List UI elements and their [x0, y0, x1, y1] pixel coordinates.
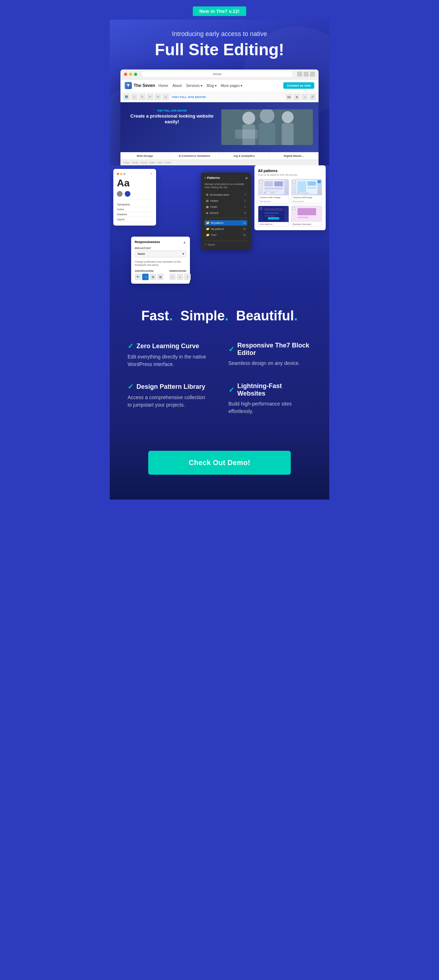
- pattern-checkbox-3[interactable]: [259, 207, 262, 210]
- orientation-controls: ↓ ← ↑: [169, 274, 191, 280]
- pattern-count-general: 5: [245, 212, 246, 214]
- checkmark-icon-1: ✓: [127, 342, 134, 350]
- toolbar-wp-icon[interactable]: W: [123, 94, 130, 100]
- pattern-checkbox-1[interactable]: [259, 180, 262, 183]
- toolbar-italic[interactable]: I: [301, 94, 308, 100]
- style-menu: Typography Colors Shadows Layout: [117, 200, 153, 222]
- pattern-label-footer: Footer: [210, 205, 217, 208]
- pattern-count-all-template: 7: [245, 194, 246, 196]
- panel-minimize[interactable]: [120, 173, 122, 175]
- editor-toolbar: W + ✎ ↩ ↪ ≡ THE7 FULL SITE EDITOR H2 B I…: [121, 92, 318, 102]
- floating-panels-area: ✕ Aa Typography Colors Shadows Layout Re…: [110, 165, 329, 286]
- pattern-item-general[interactable]: ◈ General 5: [205, 210, 247, 216]
- panel-close[interactable]: [117, 173, 119, 175]
- pattern-card-1[interactable]: 20+ 99.9% Columns with Collage Not synce…: [258, 179, 289, 204]
- nav-services[interactable]: Services ▾: [186, 84, 202, 88]
- toolbar-bold[interactable]: B: [294, 94, 300, 100]
- justify-space[interactable]: ⊟: [157, 274, 164, 280]
- swatch-gray[interactable]: [117, 191, 122, 197]
- feature-zero-learning: ✓ Zero Learning Curve Edit everything di…: [127, 342, 211, 368]
- pattern-the7[interactable]: 📁 The7 21: [205, 232, 247, 238]
- pattern-card-2[interactable]: ● Need a beautiful w... Columns with Ima…: [291, 179, 322, 204]
- headline-fast: Fast: [141, 308, 169, 323]
- toolbar-redo[interactable]: ↪: [155, 94, 161, 100]
- style-menu-shadows[interactable]: Shadows: [117, 212, 153, 217]
- feature-desc-1: Edit everything directly in the native W…: [127, 353, 211, 368]
- justify-end[interactable]: ⊡: [150, 274, 156, 280]
- pattern-item-footer[interactable]: ▦ Footer 1: [205, 204, 247, 210]
- service-analytics: ing & Analytiics: [220, 152, 269, 160]
- toolbar-edit[interactable]: ✎: [139, 94, 145, 100]
- justify-start[interactable]: ⊢: [135, 274, 141, 280]
- url-text: Home: [213, 72, 221, 76]
- svg-rect-9: [235, 129, 258, 138]
- pattern-count-footer: 1: [245, 205, 246, 208]
- pattern-label-all-patterns: All patterns: [211, 222, 223, 224]
- badge-wrap: New in The7 v.12!: [110, 0, 329, 20]
- template-icon: ⊞: [206, 193, 208, 196]
- service-title-4: Digital Marke...: [272, 154, 315, 158]
- resp-chevron-up[interactable]: ▲: [183, 240, 186, 244]
- service-title-1: Web Design: [123, 154, 166, 158]
- pattern-count-my-patterns: 21: [243, 228, 246, 230]
- nav-cta-button[interactable]: Contact us now: [283, 82, 314, 89]
- nav-about[interactable]: About: [172, 84, 182, 88]
- check-out-demo-button[interactable]: Check Out Demo!: [148, 451, 291, 475]
- pattern-card-img-3: Let's work on...: [258, 206, 289, 222]
- toolbar-format-h2[interactable]: H2: [286, 94, 292, 100]
- pattern-checkbox-2[interactable]: [293, 180, 296, 183]
- saved-label: Saved: [208, 243, 215, 246]
- dot-2: .: [225, 308, 229, 323]
- new-version-badge: New in The7 v.12!: [193, 6, 246, 16]
- patterns-panel-header: ‹ Patterns ⌕: [205, 176, 247, 180]
- justify-center[interactable]: ⊣: [142, 274, 149, 280]
- site-hero-eyebrow: THE7 FULL SITE EDITOR: [126, 110, 218, 112]
- back-arrow[interactable]: ‹: [205, 176, 205, 180]
- service-ecommerce: E-Commerce Solutions: [170, 152, 219, 160]
- svg-rect-6: [259, 123, 275, 145]
- pattern-synced-1: Not synced: [258, 200, 289, 203]
- pattern-item-header[interactable]: ▤ Header 1: [205, 198, 247, 204]
- toolbar-menu[interactable]: ≡: [162, 94, 169, 100]
- search-icon[interactable]: ⌕: [245, 176, 247, 180]
- site-logo-text: The Seven: [134, 83, 155, 88]
- nav-blog[interactable]: Blog ▾: [207, 84, 217, 88]
- panel-dots: [123, 173, 126, 175]
- swatch-blue[interactable]: [125, 191, 130, 197]
- style-menu-colors[interactable]: Colors: [117, 207, 153, 212]
- panel-close-x[interactable]: ✕: [150, 172, 153, 175]
- toolbar-link[interactable]: 🔗: [309, 94, 316, 100]
- pattern-all-patterns[interactable]: 📁 All patterns 21: [205, 220, 247, 226]
- patterns-description: Manage what patterns are available when …: [205, 183, 247, 189]
- pattern-item-all-template[interactable]: ⊞ All template parts 7: [205, 192, 247, 197]
- pattern-checkbox-4[interactable]: [293, 207, 296, 210]
- site-navbar: The Seven Home About Services ▾ Blog ▾ M…: [121, 80, 318, 92]
- orient-left[interactable]: ←: [177, 274, 183, 280]
- pattern-my-patterns[interactable]: 📁 My patterns 21: [205, 226, 247, 232]
- justification-section: JUSTIFICATION ⊢ ⊣ ⊡ ⊟: [135, 270, 164, 280]
- pattern-card-3[interactable]: Let's work on... Let's work on...: [258, 205, 289, 227]
- pattern-count-all-patterns: 21: [243, 222, 246, 224]
- pattern-card-4[interactable]: Business Summary: [291, 205, 322, 227]
- nav-home[interactable]: Home: [159, 84, 168, 88]
- orient-down[interactable]: ↓: [169, 274, 176, 280]
- pattern-count-the7: 21: [243, 234, 246, 236]
- svg-rect-19: [307, 181, 316, 186]
- toolbar-add[interactable]: +: [131, 94, 138, 100]
- justification-controls: ⊢ ⊣ ⊡ ⊟: [135, 274, 164, 280]
- breakpoint-value: Tablet: [137, 252, 145, 256]
- toolbar-undo[interactable]: ↩: [147, 94, 153, 100]
- svg-rect-26: [264, 215, 275, 217]
- style-menu-layout[interactable]: Layout: [117, 217, 153, 222]
- feature-design-pattern: ✓ Design Pattern Library Access a compre…: [127, 382, 211, 415]
- style-menu-typography[interactable]: Typography: [117, 202, 153, 207]
- bc-group2: Group: [132, 161, 138, 164]
- nav-more[interactable]: More pages ▾: [221, 84, 243, 88]
- pattern-count-header: 1: [245, 200, 246, 202]
- svg-text:W: W: [126, 96, 127, 99]
- features-grid: ✓ Zero Learning Curve Edit everything di…: [127, 342, 312, 415]
- orient-up[interactable]: ↑: [184, 274, 191, 280]
- breadcrumb-bar: Group › Group › Group › Stack › Row › Gr…: [121, 160, 318, 165]
- all-patterns-subtitle: A list of all patterns from all sources.: [258, 173, 322, 176]
- breakpoint-dropdown[interactable]: Tablet ▾: [135, 251, 186, 257]
